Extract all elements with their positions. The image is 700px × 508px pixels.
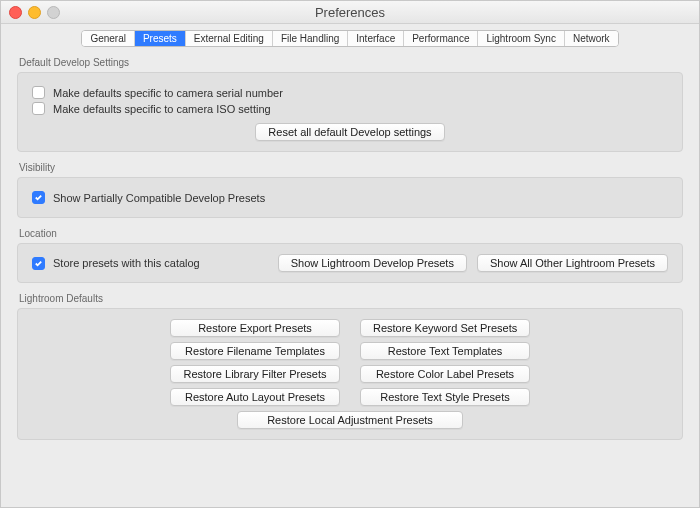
preferences-window: Preferences General Presets External Edi… bbox=[0, 0, 700, 508]
restore-library-filter-presets-button[interactable]: Restore Library Filter Presets bbox=[170, 365, 340, 383]
section-title-default-develop: Default Develop Settings bbox=[19, 57, 683, 68]
section-title-visibility: Visibility bbox=[19, 162, 683, 173]
label-show-partial: Show Partially Compatible Develop Preset… bbox=[53, 192, 265, 204]
tab-lightroom-sync[interactable]: Lightroom Sync bbox=[478, 31, 564, 46]
checkbox-serial-specific[interactable] bbox=[32, 86, 45, 99]
label-serial-specific: Make defaults specific to camera serial … bbox=[53, 87, 283, 99]
close-icon[interactable] bbox=[9, 6, 22, 19]
restore-color-label-presets-button[interactable]: Restore Color Label Presets bbox=[360, 365, 530, 383]
restore-auto-layout-presets-button[interactable]: Restore Auto Layout Presets bbox=[170, 388, 340, 406]
tab-interface[interactable]: Interface bbox=[348, 31, 404, 46]
label-store-with-catalog: Store presets with this catalog bbox=[53, 257, 200, 269]
restore-export-presets-button[interactable]: Restore Export Presets bbox=[170, 319, 340, 337]
checkbox-iso-specific[interactable] bbox=[32, 102, 45, 115]
reset-default-develop-button[interactable]: Reset all default Develop settings bbox=[255, 123, 444, 141]
tabbar: General Presets External Editing File Ha… bbox=[1, 30, 699, 47]
tab-network[interactable]: Network bbox=[565, 31, 618, 46]
window-controls bbox=[1, 6, 60, 19]
tab-file-handling[interactable]: File Handling bbox=[273, 31, 348, 46]
section-lightroom-defaults: Lightroom Defaults Restore Export Preset… bbox=[17, 293, 683, 440]
titlebar: Preferences bbox=[1, 1, 699, 24]
section-visibility: Visibility Show Partially Compatible Dev… bbox=[17, 162, 683, 218]
window-title: Preferences bbox=[1, 5, 699, 20]
restore-local-adjustment-presets-button[interactable]: Restore Local Adjustment Presets bbox=[237, 411, 463, 429]
show-other-presets-button[interactable]: Show All Other Lightroom Presets bbox=[477, 254, 668, 272]
section-location: Location Store presets with this catalog… bbox=[17, 228, 683, 283]
show-develop-presets-button[interactable]: Show Lightroom Develop Presets bbox=[278, 254, 467, 272]
restore-filename-templates-button[interactable]: Restore Filename Templates bbox=[170, 342, 340, 360]
tab-presets[interactable]: Presets bbox=[135, 31, 186, 46]
minimize-icon[interactable] bbox=[28, 6, 41, 19]
restore-text-templates-button[interactable]: Restore Text Templates bbox=[360, 342, 530, 360]
tab-general[interactable]: General bbox=[82, 31, 135, 46]
restore-keyword-set-presets-button[interactable]: Restore Keyword Set Presets bbox=[360, 319, 530, 337]
restore-text-style-presets-button[interactable]: Restore Text Style Presets bbox=[360, 388, 530, 406]
section-title-location: Location bbox=[19, 228, 683, 239]
label-iso-specific: Make defaults specific to camera ISO set… bbox=[53, 103, 271, 115]
section-title-lightroom-defaults: Lightroom Defaults bbox=[19, 293, 683, 304]
checkbox-show-partial[interactable] bbox=[32, 191, 45, 204]
tab-performance[interactable]: Performance bbox=[404, 31, 478, 46]
tab-external-editing[interactable]: External Editing bbox=[186, 31, 273, 46]
content: Default Develop Settings Make defaults s… bbox=[1, 47, 699, 507]
maximize-icon bbox=[47, 6, 60, 19]
section-default-develop: Default Develop Settings Make defaults s… bbox=[17, 57, 683, 152]
checkbox-store-with-catalog[interactable] bbox=[32, 257, 45, 270]
